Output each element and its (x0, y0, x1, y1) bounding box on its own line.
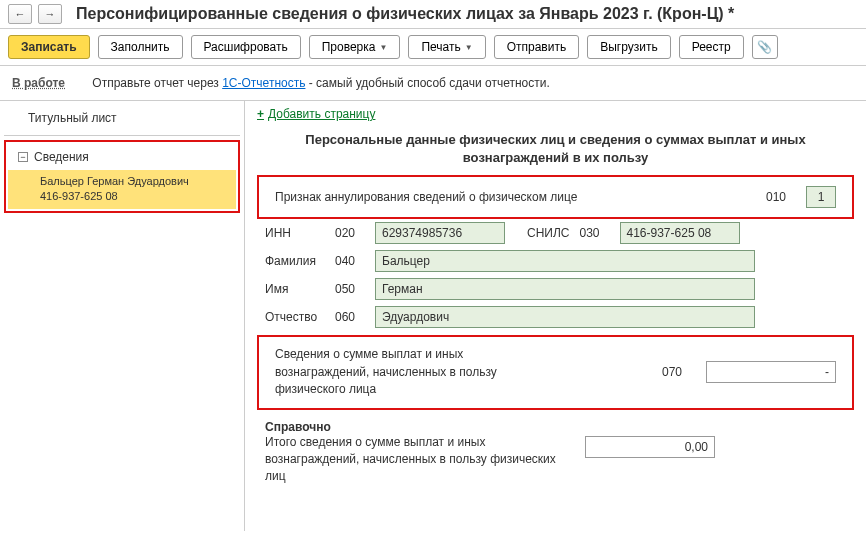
send-button[interactable]: Отправить (494, 35, 580, 59)
patr-field[interactable]: Эдуардович (375, 306, 755, 328)
page-title: Персонифицированные сведения о физически… (76, 5, 858, 23)
name-label: Имя (265, 282, 325, 296)
person-snils: 416-937-625 08 (40, 189, 226, 204)
unload-button[interactable]: Выгрузить (587, 35, 671, 59)
write-button[interactable]: Записать (8, 35, 90, 59)
print-label: Печать (421, 40, 460, 54)
fam-code: 040 (335, 254, 365, 268)
fam-label: Фамилия (265, 254, 325, 268)
chevron-down-icon: ▼ (465, 43, 473, 52)
snils-label: СНИЛС (527, 226, 570, 240)
tree-item-section[interactable]: − Сведения (8, 144, 236, 170)
inn-code: 020 (335, 226, 365, 240)
paperclip-icon: 📎 (757, 40, 772, 54)
patr-label: Отчество (265, 310, 325, 324)
tree-item-title-page[interactable]: Титульный лист (4, 105, 240, 131)
sum-highlight-box: Сведения о сумме выплат и иных вознаграж… (257, 335, 854, 409)
tree-section-label: Сведения (34, 150, 89, 164)
nav-back-button[interactable]: ← (8, 4, 32, 24)
cancel-highlight-box: Признак аннулирования сведений о физичес… (257, 175, 854, 219)
content-area: + Добавить страницу Персональные данные … (245, 101, 866, 531)
check-button[interactable]: Проверка ▼ (309, 35, 401, 59)
inn-field[interactable]: 629374985736 (375, 222, 505, 244)
divider (4, 135, 240, 136)
fam-field[interactable]: Бальцер (375, 250, 755, 272)
print-button[interactable]: Печать ▼ (408, 35, 485, 59)
sum-code: 070 (662, 365, 692, 379)
person-name: Бальцер Герман Эдуардович (40, 174, 226, 189)
hint-post: - самый удобный способ сдачи отчетности. (305, 76, 549, 90)
hint-link[interactable]: 1С-Отчетность (222, 76, 305, 90)
decrypt-button[interactable]: Расшифровать (191, 35, 301, 59)
hint-pre: Отправьте отчет через (92, 76, 222, 90)
tree-collapse-icon[interactable]: − (18, 152, 28, 162)
add-page-label: Добавить страницу (268, 107, 375, 121)
nav-forward-button[interactable]: → (38, 4, 62, 24)
tree-item-person[interactable]: Бальцер Герман Эдуардович 416-937-625 08 (8, 170, 236, 209)
attach-button[interactable]: 📎 (752, 35, 778, 59)
plus-icon: + (257, 107, 264, 121)
section-title: Персональные данные физических лиц и све… (277, 131, 834, 167)
status-link[interactable]: В работе (12, 76, 65, 90)
snils-field[interactable]: 416-937-625 08 (620, 222, 740, 244)
cancel-code: 010 (766, 190, 796, 204)
cancel-label: Признак аннулирования сведений о физичес… (275, 190, 577, 204)
ref-field: 0,00 (585, 436, 715, 458)
snils-code: 030 (580, 226, 610, 240)
sum-label: Сведения о сумме выплат и иных вознаграж… (275, 346, 515, 398)
ref-label: Итого сведения о сумме выплат и иных воз… (265, 434, 565, 486)
name-field[interactable]: Герман (375, 278, 755, 300)
patr-code: 060 (335, 310, 365, 324)
sidebar: Титульный лист − Сведения Бальцер Герман… (0, 101, 245, 531)
registry-button[interactable]: Реестр (679, 35, 744, 59)
info-bar: В работе Отправьте отчет через 1С-Отчетн… (0, 66, 866, 101)
sidebar-highlight-box: − Сведения Бальцер Герман Эдуардович 416… (4, 140, 240, 213)
add-page-link[interactable]: + Добавить страницу (257, 107, 375, 121)
cancel-value-field[interactable]: 1 (806, 186, 836, 208)
ref-title: Справочно (265, 420, 846, 434)
name-code: 050 (335, 282, 365, 296)
check-label: Проверка (322, 40, 376, 54)
inn-label: ИНН (265, 226, 325, 240)
fill-button[interactable]: Заполнить (98, 35, 183, 59)
sum-field[interactable]: - (706, 361, 836, 383)
chevron-down-icon: ▼ (379, 43, 387, 52)
